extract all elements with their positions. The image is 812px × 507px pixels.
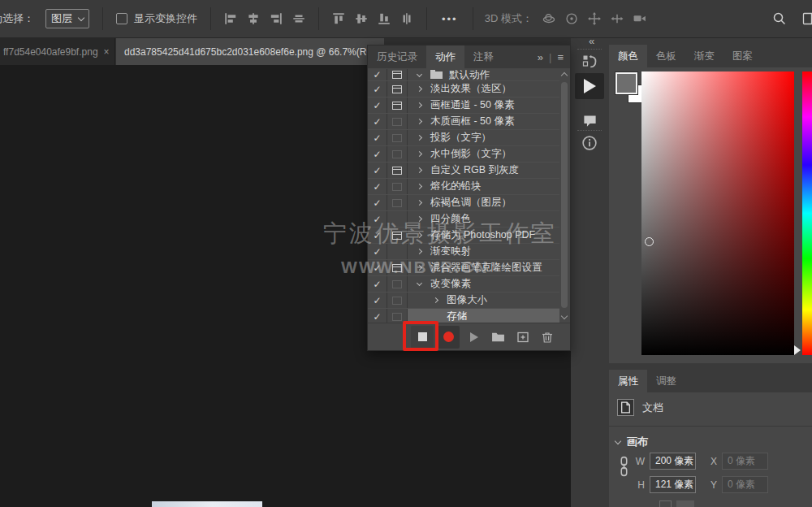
x-input[interactable]: 0 像素: [722, 453, 768, 470]
action-row[interactable]: ✓水中倒影（文字）: [368, 146, 559, 162]
align-right-icon[interactable]: [269, 11, 283, 26]
document-tab-active[interactable]: dd3a785425d41d675bc2d031e608ef6e.png @ 6…: [116, 38, 384, 65]
height-input[interactable]: 121 像素: [650, 476, 696, 493]
action-enabled-toggle[interactable]: ✓: [368, 276, 387, 292]
action-dialog-toggle[interactable]: [387, 98, 408, 113]
action-enabled-toggle[interactable]: ✓: [368, 98, 387, 113]
chevron-down-icon[interactable]: [417, 280, 422, 286]
tab-gradients[interactable]: 渐变: [685, 45, 723, 67]
action-enabled-toggle[interactable]: ✓: [368, 146, 387, 162]
action-row[interactable]: ✓混合器画笔克隆绘图设置: [368, 260, 559, 276]
action-row[interactable]: ✓渐变映射: [368, 244, 559, 260]
chevron-right-icon[interactable]: [417, 200, 422, 206]
action-row[interactable]: ✓棕褐色调（图层）: [368, 195, 559, 211]
action-row[interactable]: ✓默认动作: [368, 69, 559, 81]
action-dialog-toggle[interactable]: [387, 276, 408, 292]
new-action-set-button[interactable]: [486, 326, 509, 349]
search-icon[interactable]: [772, 11, 787, 26]
action-row[interactable]: ✓熔化的铅块: [368, 179, 559, 195]
action-row[interactable]: ✓存储为 Photoshop PDF: [368, 228, 559, 244]
tab-patterns[interactable]: 图案: [723, 45, 762, 67]
action-enabled-toggle[interactable]: ✓: [368, 309, 387, 323]
tab-notes[interactable]: 注释: [464, 46, 503, 68]
action-enabled-toggle[interactable]: ✓: [368, 69, 387, 80]
action-dialog-toggle[interactable]: [387, 81, 408, 97]
action-enabled-toggle[interactable]: ✓: [368, 195, 387, 210]
action-dialog-toggle[interactable]: [387, 211, 408, 227]
history-panel-button[interactable]: [575, 49, 604, 75]
tab-properties[interactable]: 属性: [609, 370, 647, 392]
record-button[interactable]: [437, 326, 460, 349]
action-enabled-toggle[interactable]: ✓: [368, 179, 387, 194]
scrollbar-thumb[interactable]: [561, 82, 568, 308]
more-options-button[interactable]: •••: [442, 13, 458, 25]
action-dialog-toggle[interactable]: [387, 130, 408, 145]
action-dialog-toggle[interactable]: [387, 228, 408, 243]
tab-swatches[interactable]: 色板: [647, 45, 685, 67]
play-action-button[interactable]: [463, 326, 486, 349]
align-middle-vertical-icon[interactable]: [354, 11, 369, 26]
chevron-right-icon[interactable]: [417, 151, 422, 157]
chevron-right-icon[interactable]: [417, 232, 422, 238]
chevron-right-icon[interactable]: [417, 216, 422, 222]
canvas-section-header[interactable]: 画布: [615, 435, 648, 449]
action-row[interactable]: ✓淡出效果（选区）: [368, 81, 559, 98]
chevron-right-icon[interactable]: [417, 249, 422, 254]
scroll-down-icon[interactable]: [561, 313, 568, 319]
info-panel-button[interactable]: [575, 130, 604, 156]
align-center-horizontal-icon[interactable]: [246, 11, 261, 26]
action-row[interactable]: ✓图像大小: [368, 292, 559, 309]
distribute-vertical-icon[interactable]: [400, 11, 414, 26]
chevron-right-icon[interactable]: [417, 119, 422, 124]
hue-slider-pointer-icon[interactable]: [794, 345, 801, 355]
action-dialog-toggle[interactable]: [387, 69, 408, 80]
chevron-right-icon[interactable]: [417, 102, 422, 108]
link-dimensions-icon[interactable]: [620, 456, 628, 480]
action-row[interactable]: ✓投影（文字）: [368, 130, 559, 146]
action-dialog-toggle[interactable]: [387, 179, 408, 194]
workspace-icon[interactable]: [802, 11, 812, 26]
panel-expand-icon[interactable]: »: [538, 51, 543, 63]
chevron-right-icon[interactable]: [417, 135, 422, 141]
action-enabled-toggle[interactable]: ✓: [368, 81, 387, 97]
action-dialog-toggle[interactable]: [387, 309, 408, 323]
align-left-icon[interactable]: [223, 11, 238, 26]
chevron-right-icon[interactable]: [417, 167, 422, 173]
scroll-up-icon[interactable]: [561, 72, 568, 79]
chevron-right-icon[interactable]: [417, 86, 422, 92]
action-dialog-toggle[interactable]: [387, 195, 408, 210]
foreground-color-swatch[interactable]: [615, 72, 637, 94]
collapse-panels-icon[interactable]: «: [589, 35, 594, 47]
chevron-right-icon[interactable]: [417, 184, 422, 189]
action-row[interactable]: ✓自定义 RGB 到灰度: [368, 162, 559, 179]
tab-history[interactable]: 历史记录: [368, 46, 426, 68]
distribute-horizontal-icon[interactable]: [292, 11, 306, 26]
action-enabled-toggle[interactable]: ✓: [368, 260, 387, 275]
action-enabled-toggle[interactable]: ✓: [368, 162, 387, 178]
action-enabled-toggle[interactable]: ✓: [368, 130, 387, 145]
chevron-right-icon[interactable]: [433, 297, 438, 303]
action-enabled-toggle[interactable]: ✓: [368, 114, 387, 129]
stop-recording-button[interactable]: [411, 326, 434, 349]
align-bottom-icon[interactable]: [377, 11, 391, 26]
action-dialog-toggle[interactable]: [387, 146, 408, 162]
action-dialog-toggle[interactable]: [387, 162, 408, 178]
width-input[interactable]: 200 像素: [650, 453, 696, 470]
3d-orbit-icon[interactable]: [542, 11, 556, 26]
panel-menu-icon[interactable]: ≡: [557, 51, 564, 63]
saturation-brightness-field[interactable]: [641, 72, 794, 355]
3d-slide-icon[interactable]: [610, 11, 624, 26]
tab-color[interactable]: 颜色: [609, 45, 647, 67]
show-transform-checkbox[interactable]: [116, 13, 127, 24]
chevron-right-icon[interactable]: [417, 265, 422, 271]
color-field-cursor[interactable]: [645, 237, 654, 246]
action-row[interactable]: ✓画框通道 - 50 像素: [368, 98, 559, 114]
layer-type-dropdown[interactable]: 图层: [45, 9, 89, 28]
action-row[interactable]: ✓四分颜色: [368, 211, 559, 228]
action-enabled-toggle[interactable]: ✓: [368, 292, 387, 308]
chevron-down-icon[interactable]: [417, 71, 422, 76]
action-dialog-toggle[interactable]: [387, 114, 408, 129]
action-dialog-toggle[interactable]: [387, 260, 408, 275]
y-input[interactable]: 0 像素: [722, 476, 768, 493]
hue-slider[interactable]: [802, 72, 812, 355]
